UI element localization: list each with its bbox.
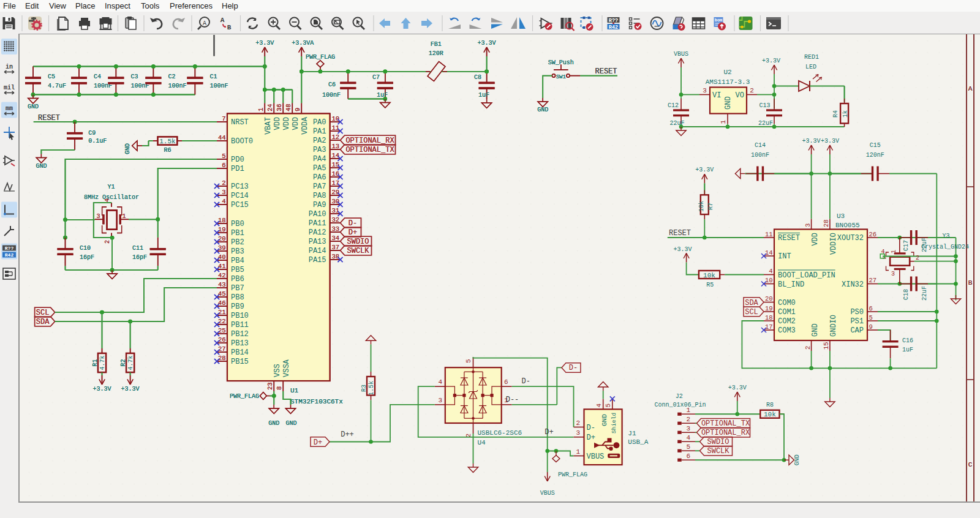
svg-text:mil: mil xyxy=(4,84,15,91)
svg-text:bom: bom xyxy=(715,18,723,23)
svg-text:R??: R?? xyxy=(5,246,14,251)
svg-text:mm: mm xyxy=(6,105,13,112)
svg-text:in: in xyxy=(6,64,13,70)
svg-text:A: A xyxy=(221,17,225,24)
svg-text:B: B xyxy=(227,24,232,31)
svg-text:R42: R42 xyxy=(609,24,618,31)
svg-text:R42: R42 xyxy=(5,252,14,258)
svg-text:A: A xyxy=(203,20,206,27)
